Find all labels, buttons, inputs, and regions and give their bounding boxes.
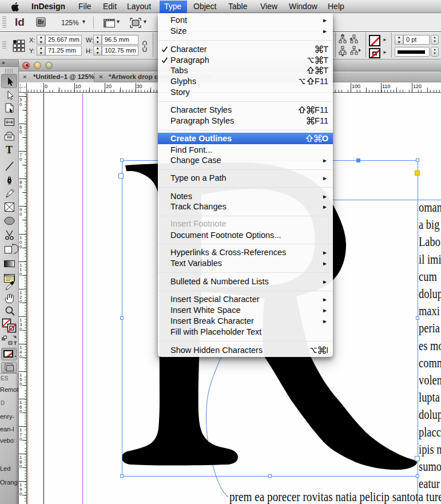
svg-text:T: T — [6, 144, 13, 156]
svg-text:T: T — [14, 340, 17, 346]
